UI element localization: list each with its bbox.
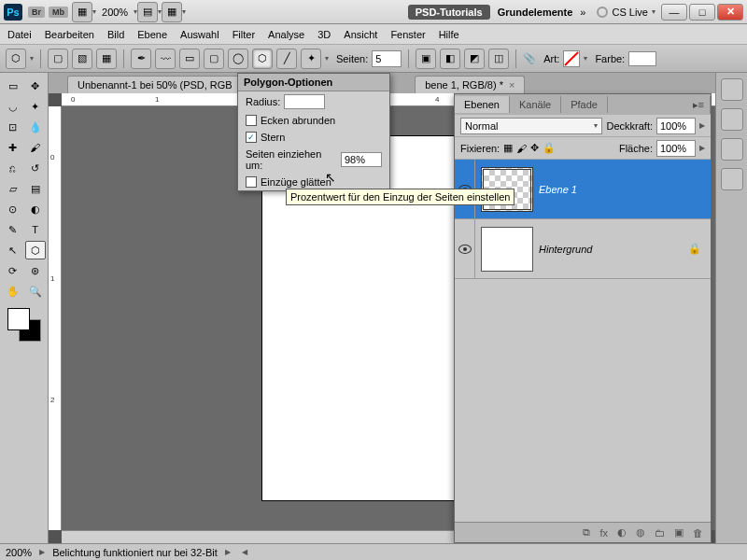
rotate-3d-tool[interactable]: ⟳: [3, 261, 23, 280]
camera-3d-tool[interactable]: ⊛: [25, 261, 46, 280]
einziehen-input[interactable]: [341, 152, 382, 167]
combine-intersect-icon[interactable]: ◩: [464, 49, 485, 69]
blend-mode-select[interactable]: Normal▾: [460, 118, 602, 134]
cslive-label[interactable]: CS Live: [612, 7, 648, 18]
menu-analyse[interactable]: Analyse: [268, 29, 304, 40]
tab-kanaele[interactable]: Kanäle: [510, 96, 561, 113]
shape-tool[interactable]: ⬡: [25, 241, 46, 259]
shape-layers-icon[interactable]: ▢: [48, 49, 68, 69]
stern-checkbox[interactable]: ✓: [246, 132, 257, 143]
rect-icon[interactable]: ▭: [179, 49, 200, 69]
custom-shape-icon[interactable]: ✦: [301, 49, 321, 69]
dropdown-icon[interactable]: ▾: [584, 54, 587, 63]
adjustment-icon[interactable]: ◍: [636, 526, 645, 539]
fx-icon[interactable]: fx: [599, 527, 608, 539]
chevrons-icon[interactable]: »: [580, 7, 585, 18]
group-icon[interactable]: 🗀: [655, 527, 665, 539]
eraser-tool[interactable]: ▱: [3, 179, 23, 198]
menu-auswahl[interactable]: Auswahl: [180, 29, 219, 40]
combine-add-icon[interactable]: ▣: [416, 49, 436, 69]
lock-all-icon[interactable]: 🔒: [543, 142, 556, 154]
blur-tool[interactable]: ⊙: [3, 200, 23, 218]
zoom-tool[interactable]: 🔍: [25, 282, 46, 301]
screen-mode-icon[interactable]: ▦: [72, 2, 92, 22]
ellipse-icon[interactable]: ◯: [228, 49, 248, 69]
layer-thumbnail[interactable]: [481, 227, 533, 272]
menu-3d[interactable]: 3D: [317, 29, 331, 40]
doc-tab-2[interactable]: bene 1, RGB/8) *×: [415, 76, 525, 93]
stamp-tool[interactable]: ⎌: [3, 159, 23, 177]
paths-icon[interactable]: ▧: [72, 49, 92, 69]
tri-icon[interactable]: ◀: [242, 548, 247, 556]
opacity-input[interactable]: 100%: [656, 118, 696, 134]
lock-paint-icon[interactable]: 🖌: [516, 143, 527, 154]
pen-icon[interactable]: ✒: [131, 49, 151, 69]
path-select-tool[interactable]: ↖: [3, 241, 23, 259]
tab-ebenen[interactable]: Ebenen: [455, 96, 510, 113]
fill-pixels-icon[interactable]: ▦: [96, 49, 117, 69]
mask-icon[interactable]: ◐: [617, 526, 627, 539]
dropdown-icon[interactable]: ▾: [182, 7, 186, 16]
crop-tool[interactable]: ⊡: [3, 118, 23, 136]
lock-transparent-icon[interactable]: ▦: [503, 142, 513, 154]
bridge-badge[interactable]: Br: [28, 7, 45, 18]
menu-bild[interactable]: Bild: [107, 29, 124, 40]
radius-input[interactable]: [284, 94, 325, 109]
layer-row[interactable]: Hintergrund 🔒: [455, 219, 711, 279]
delete-layer-icon[interactable]: 🗑: [693, 527, 703, 539]
gradient-tool[interactable]: ▤: [25, 179, 46, 198]
close-button[interactable]: ✕: [717, 4, 743, 21]
layer-name[interactable]: Hintergrund: [539, 244, 688, 255]
seiten-input[interactable]: [372, 50, 402, 67]
line-icon[interactable]: ╱: [276, 49, 297, 69]
color-panel-icon[interactable]: [721, 78, 743, 101]
swatches-panel-icon[interactable]: [721, 108, 743, 131]
freeform-pen-icon[interactable]: 〰: [155, 49, 176, 69]
close-icon[interactable]: ×: [509, 79, 514, 91]
heal-tool[interactable]: ✚: [3, 138, 23, 157]
dodge-tool[interactable]: ◐: [25, 200, 46, 218]
pen-tool[interactable]: ✎: [3, 220, 23, 239]
tab-pfade[interactable]: Pfade: [561, 96, 608, 113]
fill-input[interactable]: 100%: [656, 140, 696, 157]
workspace-name[interactable]: Grundelemente: [498, 7, 573, 18]
brush-tool[interactable]: 🖌: [25, 138, 46, 157]
lasso-tool[interactable]: ◡: [3, 97, 23, 116]
type-tool[interactable]: T: [25, 220, 46, 239]
menu-filter[interactable]: Filter: [233, 29, 255, 40]
minibridge-badge[interactable]: Mb: [49, 7, 68, 18]
ecken-checkbox[interactable]: [246, 115, 257, 126]
adjustments-panel-icon[interactable]: [721, 138, 743, 161]
style-none-icon[interactable]: [563, 50, 580, 67]
color-picker[interactable]: [7, 308, 41, 342]
move-tool[interactable]: ✥: [25, 77, 46, 95]
doc-tab-1[interactable]: Unbenannt-1 bei 50% (PSD, RGB×: [67, 76, 254, 93]
hand-tool[interactable]: ✋: [3, 282, 23, 301]
history-brush-tool[interactable]: ↺: [25, 159, 46, 177]
visibility-icon[interactable]: [458, 245, 472, 254]
roundrect-icon[interactable]: ▢: [204, 49, 224, 69]
glaetten-checkbox[interactable]: [246, 176, 257, 188]
wand-tool[interactable]: ✦: [25, 97, 46, 116]
polygon-icon[interactable]: ⬡: [252, 49, 273, 69]
menu-ebene[interactable]: Ebene: [137, 29, 167, 40]
dropdown-icon[interactable]: ▶: [699, 121, 705, 130]
maximize-button[interactable]: □: [689, 4, 715, 21]
dropdown-icon[interactable]: ▾: [652, 7, 655, 16]
new-layer-icon[interactable]: ▣: [674, 526, 684, 539]
dropdown-icon[interactable]: ▶: [699, 144, 705, 152]
arrange-icon[interactable]: ▤: [137, 2, 158, 22]
link-layers-icon[interactable]: ⧉: [583, 526, 590, 539]
menu-ansicht[interactable]: Ansicht: [344, 29, 377, 40]
clip-icon[interactable]: 📎: [523, 52, 536, 64]
dropdown-icon[interactable]: ▾: [92, 7, 96, 16]
combine-subtract-icon[interactable]: ◧: [440, 49, 460, 69]
tri-icon[interactable]: ▶: [39, 548, 45, 556]
styles-panel-icon[interactable]: [721, 168, 743, 190]
status-zoom[interactable]: 200%: [6, 547, 32, 558]
extras-icon[interactable]: ▦: [162, 2, 182, 22]
menu-bearbeiten[interactable]: Bearbeiten: [45, 29, 94, 40]
workspace-button[interactable]: PSD-Tutorials: [408, 5, 490, 20]
menu-fenster[interactable]: Fenster: [390, 29, 425, 40]
layer-name[interactable]: Ebene 1: [539, 184, 711, 195]
